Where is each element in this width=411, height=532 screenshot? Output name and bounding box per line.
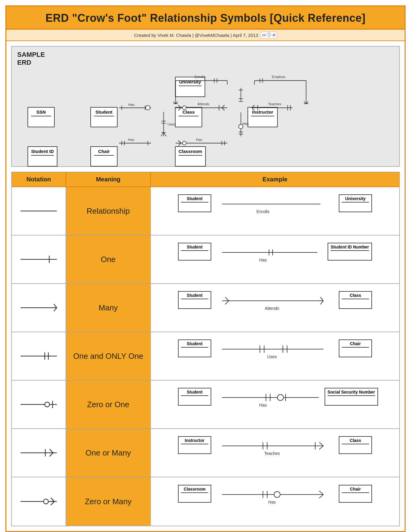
svg-text:Enrolls: Enrolls	[257, 209, 270, 214]
col-header-notation: Notation	[12, 172, 66, 187]
example-relationship: Student University Enrolls	[151, 187, 399, 235]
example-diagram-zero-or-one: Student Social Security Number Has	[160, 385, 390, 424]
example-zero-or-one: Student Social Security Number Has	[151, 381, 399, 428]
entity-student-id: Student ID	[28, 146, 57, 167]
notation-one-or-many	[12, 429, 66, 477]
ex-entity-university-rel: University	[339, 194, 372, 212]
meaning-one-or-many: One or Many	[66, 429, 151, 477]
table-row-one-only: One and ONLY One Student Chair	[12, 332, 399, 381]
entity-university: University	[175, 77, 205, 97]
col-header-meaning: Meaning	[66, 172, 151, 187]
example-diagram-one-only: Student Chair Uses	[160, 336, 390, 376]
example-diagram-relationship: Student University Enrolls	[160, 191, 390, 231]
svg-line-80	[54, 304, 57, 308]
svg-line-117	[319, 442, 323, 446]
table-row-one-or-many: One or Many Instructor Class	[12, 429, 399, 477]
svg-text:Uses: Uses	[267, 354, 277, 359]
notation-relationship	[12, 187, 66, 235]
table-row-one: One Student Student ID Number Has	[12, 235, 399, 284]
meaning-text-one-only: One and ONLY One	[73, 352, 143, 361]
subtitle-bar: Created by Vivek M. Chawla | @VivekMChaw…	[6, 30, 405, 41]
svg-point-62	[183, 141, 186, 145]
svg-text:Has: Has	[196, 138, 202, 141]
svg-text:Teaches: Teaches	[268, 102, 281, 106]
example-diagram-one: Student Student ID Number Has	[160, 240, 390, 279]
svg-point-106	[277, 394, 283, 401]
ex-entity-student-zeroone: Student	[178, 388, 211, 406]
ex-entity-classroom-zeromany: Classroom	[178, 485, 211, 503]
table-row-relationship: Relationship Student University Enrolls	[12, 187, 399, 235]
ex-entity-chair-one-only: Chair	[339, 339, 372, 357]
svg-point-130	[274, 491, 280, 498]
svg-line-85	[225, 301, 229, 304]
svg-text:Has: Has	[128, 102, 134, 106]
svg-line-23	[222, 108, 225, 111]
svg-line-87	[320, 297, 323, 301]
ex-entity-student-one-only: Student	[178, 339, 211, 357]
ex-entity-class-many: Class	[339, 291, 372, 309]
svg-line-124	[51, 498, 54, 501]
meaning-one-only: One and ONLY One	[66, 332, 151, 380]
cc-badge: cc ⓘ ⊘	[261, 32, 277, 38]
meaning-zero-or-one: Zero or One	[66, 381, 151, 428]
table-row-zero-or-many: Zero or Many Classroom Chair	[12, 477, 399, 526]
header: ERD "Crow's Foot" Relationship Symbols […	[6, 6, 405, 30]
svg-line-22	[222, 105, 225, 108]
reference-table: Notation Meaning Example Relationship St…	[11, 172, 400, 526]
svg-line-41	[304, 102, 306, 104]
example-many: Student Class A	[151, 284, 399, 332]
svg-line-131	[319, 491, 323, 495]
svg-text:Teaches: Teaches	[264, 451, 280, 456]
table-row-zero-or-one: Zero or One Student Social Security Numb…	[12, 381, 399, 429]
svg-line-112	[50, 453, 53, 456]
example-zero-or-many: Classroom Chair	[151, 477, 399, 526]
svg-text:Employs: Employs	[272, 75, 286, 79]
svg-line-33	[176, 102, 178, 104]
main-container: ERD "Crow's Foot" Relationship Symbols […	[5, 5, 406, 532]
svg-line-125	[51, 501, 54, 505]
svg-text:Uses: Uses	[167, 122, 176, 126]
svg-text:Has: Has	[259, 403, 267, 407]
meaning-zero-or-many: Zero or Many	[66, 477, 151, 526]
meaning-text-one-or-many: One or Many	[86, 448, 131, 458]
example-diagram-many: Student Class A	[160, 288, 390, 327]
ex-entity-student-rel: Student	[178, 194, 211, 212]
svg-line-14	[161, 132, 163, 136]
entity-chair: Chair	[90, 146, 118, 167]
meaning-one: One	[66, 235, 151, 283]
example-one: Student Student ID Number Has	[151, 235, 399, 283]
example-one-or-many: Instructor Class Teaches	[151, 429, 399, 477]
example-one-only: Student Chair Uses	[151, 332, 399, 380]
entity-student: Student	[90, 107, 118, 127]
svg-point-2	[146, 105, 150, 110]
ex-entity-chair-zeromany: Chair	[339, 485, 372, 503]
table-header: Notation Meaning Example	[12, 172, 399, 187]
svg-text:Attends: Attends	[197, 102, 209, 106]
page-title: ERD "Crow's Foot" Relationship Symbols […	[14, 12, 397, 24]
ex-entity-studentid-one: Student ID Number	[328, 243, 372, 261]
entity-class: Class	[175, 107, 202, 127]
notation-one	[12, 235, 66, 283]
notation-many	[12, 284, 66, 332]
ex-entity-student-one: Student	[178, 243, 211, 261]
svg-text:Attends: Attends	[265, 306, 279, 311]
svg-line-32	[173, 102, 176, 104]
svg-point-101	[45, 402, 50, 407]
entity-instructor: Instructor	[248, 107, 278, 127]
svg-text:Has: Has	[268, 500, 276, 504]
svg-point-123	[44, 499, 48, 504]
notation-zero-or-one	[12, 381, 66, 428]
example-diagram-one-or-many: Instructor Class Teaches	[160, 433, 390, 472]
ex-entity-ssn-zeroone: Social Security Number	[325, 388, 378, 406]
erd-sample-area: SAMPLEERD SSN Student ID Student Chair U…	[11, 46, 400, 167]
svg-text:Has: Has	[128, 138, 134, 141]
ex-entity-class-onemany: Class	[339, 436, 372, 454]
svg-line-15	[163, 132, 166, 136]
svg-line-42	[306, 102, 308, 104]
subtitle-text: Created by Vivek M. Chawla | @VivekMChaw…	[134, 33, 258, 38]
meaning-relationship: Relationship	[66, 187, 151, 235]
meaning-text-zero-or-one: Zero or One	[87, 400, 129, 409]
meaning-text-zero-or-many: Zero or Many	[85, 497, 132, 506]
notation-zero-or-many	[12, 477, 66, 526]
entity-classroom: Classroom	[175, 146, 206, 167]
